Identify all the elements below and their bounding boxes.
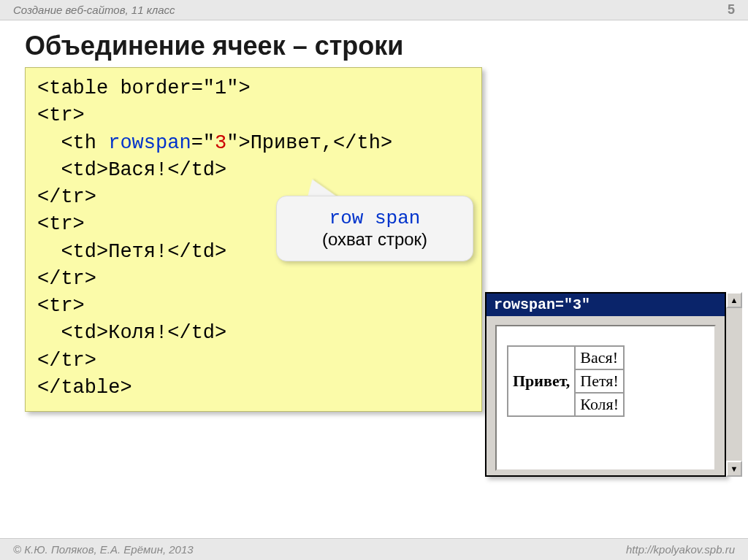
- demo-table: Привет, Вася! Петя! Коля!: [507, 345, 625, 417]
- table-cell: Вася!: [575, 346, 624, 369]
- code-line: </table>: [37, 377, 132, 399]
- code-line: <tr>: [37, 213, 85, 235]
- table-cell: Коля!: [575, 393, 624, 416]
- browser-titlebar: rowspan="3": [486, 294, 725, 316]
- table-cell: Петя!: [575, 369, 624, 393]
- callout-box: row span (охват строк): [276, 196, 473, 261]
- header-bar: Создание веб-сайтов, 11 класс 5: [0, 0, 748, 20]
- code-line: </tr>: [37, 268, 96, 290]
- footer-bar: © К.Ю. Поляков, Е.А. Ерёмин, 2013 http:/…: [0, 538, 748, 560]
- code-attr: rowspan: [108, 132, 191, 154]
- callout-term: row span: [329, 207, 421, 229]
- code-text: =": [191, 132, 215, 154]
- slide-title: Объединение ячеек – строки: [25, 31, 403, 61]
- table-header-cell: Привет,: [508, 346, 575, 416]
- browser-viewport: Привет, Вася! Петя! Коля!: [495, 325, 716, 471]
- code-line: <tr>: [37, 104, 85, 126]
- code-line: </tr>: [37, 350, 96, 372]
- code-line: </tr>: [37, 186, 96, 208]
- scrollbar[interactable]: ▲ ▼: [726, 292, 742, 477]
- code-line: <td>Петя!</td>: [37, 241, 226, 263]
- code-text: ">Привет,</th>: [226, 132, 392, 154]
- slide: Создание веб-сайтов, 11 класс 5 Объедине…: [0, 0, 748, 560]
- footer-url: http://kpolyakov.spb.ru: [626, 543, 735, 556]
- scroll-up-button[interactable]: ▲: [726, 292, 742, 308]
- code-line: <tr>: [37, 295, 85, 317]
- course-label: Создание веб-сайтов, 11 класс: [13, 4, 175, 16]
- code-value: 3: [215, 132, 226, 154]
- browser-window: rowspan="3" Привет, Вася! Петя! Коля!: [485, 292, 726, 477]
- code-line: <td>Коля!</td>: [37, 322, 226, 344]
- code-line: <table border="1">: [37, 77, 251, 99]
- scroll-down-button[interactable]: ▼: [726, 461, 742, 477]
- code-line: <th: [37, 132, 108, 154]
- table-row: Привет, Вася!: [508, 346, 624, 369]
- page-number: 5: [728, 2, 735, 18]
- callout-translation: (охват строк): [322, 229, 427, 250]
- code-line: <td>Вася!</td>: [37, 159, 226, 181]
- footer-authors: © К.Ю. Поляков, Е.А. Ерёмин, 2013: [13, 543, 194, 556]
